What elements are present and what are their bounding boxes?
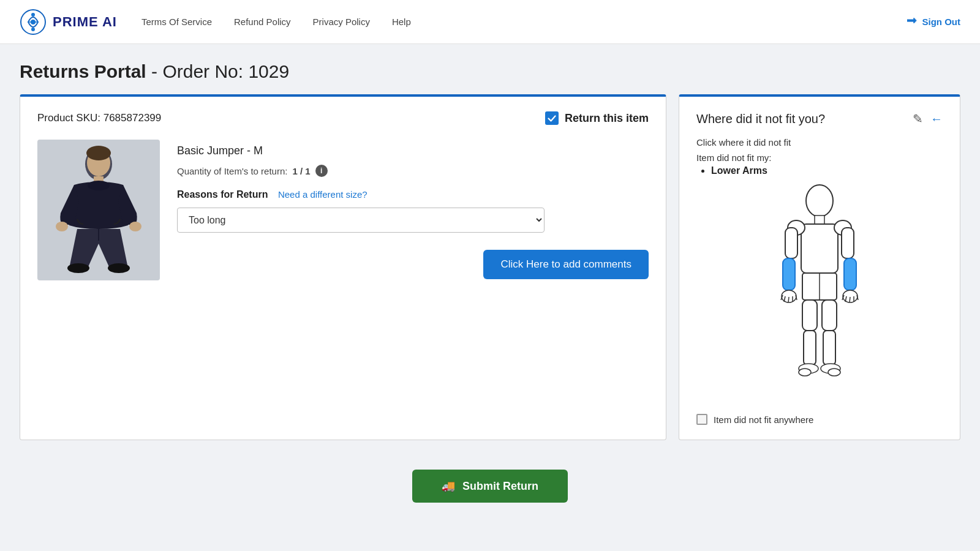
svg-point-45 [828,369,840,376]
sign-out-icon: ⮕ [907,15,918,28]
submit-return-button[interactable]: 🚚 Submit Return [412,470,568,503]
svg-rect-16 [815,216,824,224]
svg-rect-39 [822,300,837,331]
svg-point-3 [31,28,35,31]
arrow-left-icon[interactable]: ← [930,112,943,126]
fit-areas-list: Lower Arms [696,165,943,176]
product-name: Basic Jumper - M [177,144,649,157]
logo-area: PRIME AI [20,9,117,36]
product-image [37,140,160,280]
fit-area-item: Lower Arms [711,165,943,176]
svg-point-9 [88,181,110,190]
return-item-row: Return this item [545,111,649,125]
header: PRIME AI Terms Of Service Refund Policy … [0,0,980,44]
truck-icon: 🚚 [442,479,455,493]
svg-point-2 [31,13,35,17]
logo-text: PRIME AI [53,14,117,30]
nav-help[interactable]: Help [392,17,411,27]
return-item-checkbox[interactable] [545,111,559,125]
svg-rect-17 [801,224,838,273]
product-info: Basic Jumper - M Quantity of Item's to r… [37,140,649,280]
svg-rect-40 [804,331,816,365]
nav-terms[interactable]: Terms Of Service [141,17,212,27]
no-fit-label: Item did not fit anywhere [714,414,813,425]
submit-label: Submit Return [462,480,538,493]
product-sku: Product SKU: 7685872399 [37,112,161,124]
no-fit-anywhere-row: Item did not fit anywhere [696,414,943,425]
sign-out-button[interactable]: ⮕ Sign Out [907,15,961,28]
right-card-header: Where did it not fit you? ✎ ← [696,111,943,126]
reason-select[interactable]: Too long Too short Too tight Too loose W… [177,208,545,233]
add-comments-button[interactable]: Click Here to add comments [483,250,649,279]
svg-line-27 [788,297,789,302]
edit-icon[interactable]: ✎ [913,111,923,126]
quantity-value: 1 / 1 [292,166,310,176]
main-content: Product SKU: 7685872399 Return this item [0,94,980,440]
svg-point-10 [56,222,68,231]
page-title: Returns Portal - Order No: 1029 [20,61,960,82]
page-title-area: Returns Portal - Order No: 1029 [0,44,980,94]
nav-links: Terms Of Service Refund Policy Privacy P… [141,17,907,27]
info-icon[interactable]: i [315,165,328,177]
left-card-header: Product SKU: 7685872399 Return this item [37,111,649,125]
no-fit-checkbox[interactable] [696,414,707,425]
click-where-label: Click where it did not fit [696,137,943,148]
svg-rect-23 [844,258,856,290]
quantity-label: Quantity of Item's to return: [177,166,287,176]
svg-rect-38 [802,300,817,331]
svg-point-13 [67,263,89,273]
svg-point-7 [86,146,111,160]
svg-rect-21 [842,228,854,258]
svg-point-43 [799,369,811,376]
nav-refund[interactable]: Refund Policy [234,17,291,27]
right-card-icons: ✎ ← [913,111,943,126]
svg-rect-22 [783,258,795,290]
submit-area: 🚚 Submit Return [0,440,980,527]
product-details: Basic Jumper - M Quantity of Item's to r… [177,140,649,279]
return-item-label: Return this item [565,112,649,125]
right-card: Where did it not fit you? ✎ ← Click wher… [679,94,960,440]
left-card: Product SKU: 7685872399 Return this item [20,94,666,440]
reasons-label: Reasons for Return Need a different size… [177,189,649,200]
nav-privacy[interactable]: Privacy Policy [313,17,370,27]
svg-point-15 [806,185,833,217]
page-title-suffix: - Order No: 1029 [151,61,289,81]
different-size-link[interactable]: Need a different size? [278,189,368,200]
logo-icon [20,9,47,36]
sign-out-label: Sign Out [922,17,961,27]
fit-title: Where did it not fit you? [696,112,825,126]
svg-point-11 [129,222,141,231]
quantity-line: Quantity of Item's to return: 1 / 1 i [177,165,649,177]
body-diagram[interactable] [696,184,943,404]
svg-point-14 [108,263,130,273]
svg-rect-20 [785,228,797,258]
svg-line-33 [850,297,850,302]
svg-rect-41 [823,331,835,365]
item-did-not-fit-label: Item did not fit my: [696,152,943,163]
